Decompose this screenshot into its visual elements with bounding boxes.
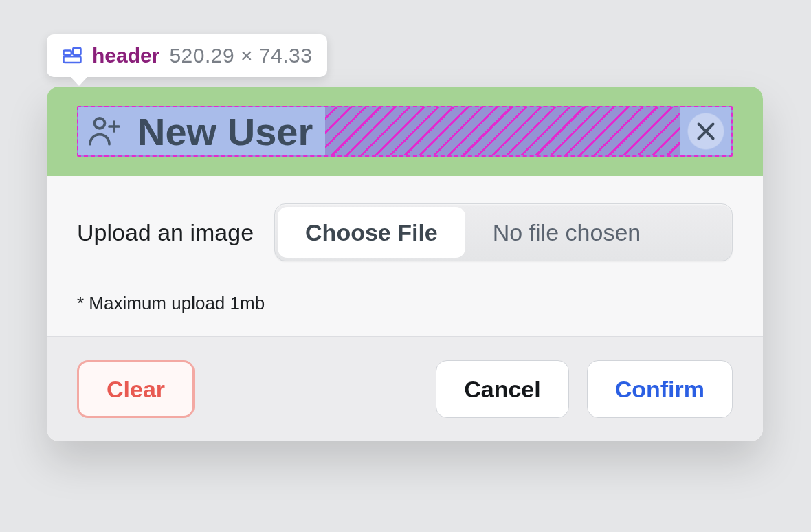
close-button[interactable] [685,110,727,153]
choose-file-button[interactable]: Choose File [278,207,465,258]
header-close-zone [680,107,731,155]
add-person-icon [85,112,124,151]
file-status: No file chosen [468,204,732,261]
devtools-tooltip: header 520.29 × 74.33 [47,34,327,77]
devtools-tag-name: header [92,45,159,66]
svg-rect-1 [73,48,80,55]
devtools-dimensions: 520.29 × 74.33 [169,45,312,66]
file-input[interactable]: Choose File No file chosen [274,203,733,261]
header-inspected-box: New User [77,106,733,157]
upload-label: Upload an image [77,219,254,246]
modal-title: New User [137,109,313,154]
modal-footer: Clear Cancel Confirm [47,336,763,441]
svg-point-3 [95,118,105,129]
svg-rect-0 [64,51,71,55]
layout-grid-icon [62,45,82,66]
upload-hint: * Maximum upload 1mb [77,293,733,314]
new-user-modal: New User Upload an image Choose File No … [47,87,763,441]
modal-body: Upload an image Choose File No file chos… [47,176,763,336]
modal-header: New User [47,87,763,176]
cancel-button[interactable]: Cancel [436,360,569,418]
svg-rect-2 [64,56,81,63]
clear-button[interactable]: Clear [77,360,195,418]
header-flex-gap [325,107,680,155]
upload-row: Upload an image Choose File No file chos… [77,203,733,261]
confirm-button[interactable]: Confirm [587,360,733,418]
header-title-zone: New User [78,107,325,155]
